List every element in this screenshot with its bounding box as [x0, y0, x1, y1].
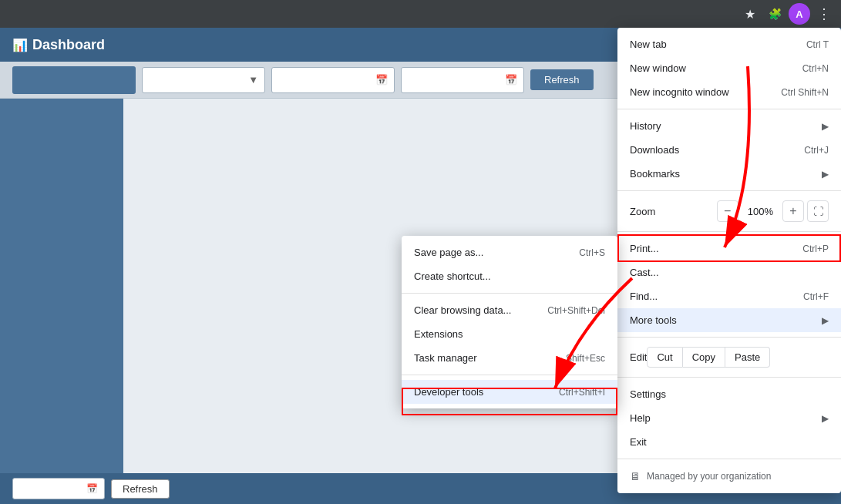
- menu-item-create-shortcut[interactable]: Create shortcut...: [402, 264, 617, 288]
- zoom-fullscreen-button[interactable]: ⛶: [807, 200, 829, 222]
- save-page-shortcut: Ctrl+S: [579, 247, 605, 258]
- menu-divider-6: [617, 459, 841, 459]
- menu-item-print[interactable]: Print... Ctrl+P: [617, 237, 841, 260]
- header-refresh-button[interactable]: Refresh: [530, 69, 594, 90]
- menu-item-task-manager[interactable]: Task manager Shift+Esc: [402, 346, 617, 370]
- print-shortcut: Ctrl+P: [802, 244, 829, 254]
- menu-divider-4: [617, 337, 841, 338]
- sidebar-top-placeholder: [12, 66, 136, 94]
- help-label: Help: [630, 412, 651, 424]
- cast-label: Cast...: [630, 267, 659, 278]
- chrome-context-menu: New tab Ctrl T New window Ctrl+N New inc…: [617, 28, 841, 493]
- new-tab-label: New tab: [630, 39, 667, 50]
- zoom-value-display: 100%: [742, 206, 779, 217]
- submenu-divider-1: [402, 293, 617, 294]
- more-tools-label: More tools: [630, 314, 677, 326]
- date-from-input[interactable]: 📅: [271, 67, 395, 93]
- menu-item-new-tab[interactable]: New tab Ctrl T: [617, 32, 841, 56]
- clear-browsing-label: Clear browsing data...: [414, 304, 511, 316]
- more-tools-arrow-icon: ▶: [822, 315, 829, 326]
- menu-item-help[interactable]: Help ▶: [617, 406, 841, 430]
- menu-item-more-tools[interactable]: More tools ▶: [617, 308, 841, 332]
- managed-label: Managed by your organization: [647, 471, 771, 482]
- downloads-label: Downloads: [630, 144, 679, 156]
- zoom-minus-button[interactable]: −: [717, 200, 738, 222]
- calendar-icon-from: 📅: [375, 74, 388, 86]
- history-arrow-icon: ▶: [822, 121, 829, 132]
- menu-item-extensions[interactable]: Extensions: [402, 322, 617, 346]
- menu-item-history[interactable]: History ▶: [617, 114, 841, 138]
- print-label: Print...: [630, 243, 659, 254]
- new-incognito-shortcut: Ctrl Shift+N: [781, 87, 829, 98]
- bookmarks-arrow-icon: ▶: [822, 169, 829, 180]
- new-incognito-label: New incognito window: [630, 86, 729, 98]
- page-background: 📊 Dashboard 🔔 0 💬 ▼ 📅 📅 Refresh: [0, 28, 841, 504]
- extensions-label: Extensions: [414, 328, 463, 340]
- menu-item-developer-tools[interactable]: Developer tools Ctrl+Shift+I: [402, 380, 617, 404]
- dashboard-chart-icon: 📊: [12, 38, 28, 52]
- menu-divider-1: [617, 109, 841, 109]
- exit-label: Exit: [630, 436, 647, 448]
- copy-button[interactable]: Copy: [683, 347, 725, 368]
- menu-item-find[interactable]: Find... Ctrl+F: [617, 284, 841, 308]
- managed-icon: 🖥: [630, 470, 641, 482]
- zoom-plus-button[interactable]: +: [782, 200, 804, 222]
- menu-item-save-page[interactable]: Save page as... Ctrl+S: [402, 240, 617, 264]
- menu-item-downloads[interactable]: Downloads Ctrl+J: [617, 138, 841, 162]
- zoom-controls-row: Zoom − 100% + ⛶: [617, 196, 841, 227]
- managed-row: 🖥 Managed by your organization: [617, 464, 841, 489]
- clear-browsing-shortcut: Ctrl+Shift+Del: [547, 305, 605, 316]
- menu-divider-3: [617, 231, 841, 232]
- browser-top-bar: ★ 🧩 A ⋮: [0, 0, 841, 28]
- menu-divider-2: [617, 190, 841, 191]
- submenu-divider-2: [402, 375, 617, 375]
- more-tools-submenu: Save page as... Ctrl+S Create shortcut..…: [402, 236, 617, 408]
- downloads-shortcut: Ctrl+J: [804, 145, 829, 156]
- save-page-label: Save page as...: [414, 247, 483, 258]
- new-window-label: New window: [630, 62, 686, 74]
- menu-item-new-window[interactable]: New window Ctrl+N: [617, 56, 841, 80]
- extensions-button[interactable]: 🧩: [764, 3, 785, 25]
- chrome-menu-button[interactable]: ⋮: [813, 3, 835, 25]
- help-arrow-icon: ▶: [822, 413, 829, 424]
- bookmark-star-button[interactable]: ★: [739, 3, 761, 25]
- history-label: History: [630, 120, 661, 132]
- edit-row: Edit Cut Copy Paste: [617, 342, 841, 372]
- developer-tools-shortcut: Ctrl+Shift+I: [559, 387, 605, 398]
- zoom-controls: − 100% + ⛶: [717, 200, 829, 222]
- dashboard-title-text: Dashboard: [32, 37, 105, 53]
- settings-label: Settings: [630, 388, 666, 400]
- bottom-refresh-button[interactable]: Refresh: [111, 479, 170, 499]
- bookmarks-label: Bookmarks: [630, 168, 680, 180]
- menu-item-settings[interactable]: Settings: [617, 382, 841, 406]
- task-manager-label: Task manager: [414, 352, 477, 364]
- sidebar: [0, 99, 123, 473]
- menu-item-clear-browsing[interactable]: Clear browsing data... Ctrl+Shift+Del: [402, 298, 617, 322]
- bottom-date-input[interactable]: 📅: [12, 478, 105, 499]
- zoom-label: Zoom: [630, 206, 655, 217]
- menu-item-new-incognito[interactable]: New incognito window Ctrl Shift+N: [617, 80, 841, 104]
- paste-button[interactable]: Paste: [725, 347, 770, 368]
- menu-item-cast[interactable]: Cast...: [617, 260, 841, 284]
- date-to-input[interactable]: 📅: [401, 67, 524, 93]
- cut-button[interactable]: Cut: [647, 347, 682, 368]
- new-tab-shortcut: Ctrl T: [806, 39, 829, 50]
- new-window-shortcut: Ctrl+N: [802, 63, 829, 74]
- find-label: Find...: [630, 291, 658, 302]
- create-shortcut-label: Create shortcut...: [414, 270, 491, 282]
- chevron-down-icon: ▼: [248, 74, 258, 86]
- profile-avatar-button[interactable]: A: [789, 3, 810, 25]
- developer-tools-label: Developer tools: [414, 386, 483, 398]
- dashboard-title: 📊 Dashboard: [12, 37, 105, 53]
- edit-buttons: Cut Copy Paste: [647, 347, 770, 368]
- find-shortcut: Ctrl+F: [803, 291, 829, 302]
- calendar-icon-bottom: 📅: [86, 483, 98, 494]
- task-manager-shortcut: Shift+Esc: [566, 353, 605, 364]
- menu-item-exit[interactable]: Exit: [617, 430, 841, 454]
- dropdown-select[interactable]: ▼: [142, 67, 265, 93]
- menu-item-bookmarks[interactable]: Bookmarks ▶: [617, 162, 841, 186]
- calendar-icon-to: 📅: [505, 74, 517, 86]
- edit-label: Edit: [630, 351, 647, 363]
- menu-divider-5: [617, 377, 841, 378]
